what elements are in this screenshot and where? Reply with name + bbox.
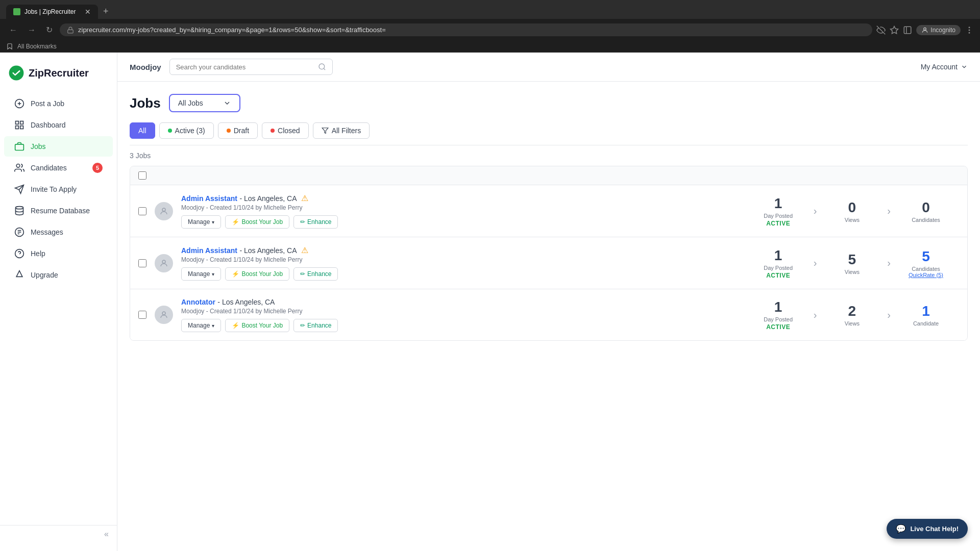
sidebar-item-messages[interactable]: Messages bbox=[4, 222, 113, 242]
address-bar[interactable]: ziprecruiter.com/my-jobs?created_by=&hir… bbox=[60, 23, 872, 36]
manage-chevron-icon: ▾ bbox=[212, 271, 214, 277]
job2-title-link[interactable]: Admin Assistant bbox=[181, 246, 237, 255]
job1-enhance-button[interactable]: ✏ Enhance bbox=[293, 215, 338, 229]
sidebar-item-dashboard[interactable]: Dashboard bbox=[4, 115, 113, 135]
job2-day-posted-number: 1 bbox=[774, 247, 782, 264]
my-account-label: My Account bbox=[921, 63, 958, 71]
job3-views-number: 2 bbox=[848, 303, 856, 319]
new-tab-button[interactable]: + bbox=[99, 4, 113, 19]
avatar-icon bbox=[159, 310, 168, 319]
candidates-badge: 5 bbox=[92, 163, 103, 173]
active-tab[interactable]: Jobs | ZipRecruiter ✕ bbox=[6, 5, 98, 19]
browser-nav: ← → ↻ ziprecruiter.com/my-jobs?created_b… bbox=[0, 19, 980, 41]
job3-enhance-button[interactable]: ✏ Enhance bbox=[293, 319, 338, 332]
dropdown-chevron-icon bbox=[223, 99, 231, 107]
sidebar-item-post-job[interactable]: Post a Job bbox=[4, 93, 113, 114]
job3-boost-button[interactable]: ⚡ Boost Your Job bbox=[225, 319, 289, 332]
job2-enhance-label: Enhance bbox=[307, 270, 331, 278]
job3-candidates-number: 1 bbox=[922, 303, 930, 319]
job1-manage-button[interactable]: Manage ▾ bbox=[181, 215, 221, 229]
job3-meta: Moodjoy - Created 1/10/24 by Michelle Pe… bbox=[181, 308, 737, 315]
refresh-button[interactable]: ↻ bbox=[43, 23, 56, 37]
job1-day-posted-stat: 1 Day Posted ACTIVE bbox=[745, 195, 812, 227]
job1-day-posted-number: 1 bbox=[774, 195, 782, 212]
topnav-right: My Account bbox=[921, 63, 968, 71]
page-title: Jobs bbox=[130, 95, 161, 111]
bookmarks-bar: All Bookmarks bbox=[0, 41, 980, 53]
top-nav: Moodjoy My Account bbox=[117, 53, 980, 82]
job2-views-number: 5 bbox=[848, 252, 856, 268]
filter-tab-closed-label: Closed bbox=[278, 127, 300, 135]
boost-icon: ⚡ bbox=[232, 218, 239, 226]
logo: ZipRecruiter bbox=[0, 61, 117, 93]
filter-tab-all-filters[interactable]: All Filters bbox=[313, 122, 370, 139]
job2-candidates-number: 5 bbox=[922, 248, 930, 265]
job3-views-label: Views bbox=[845, 320, 860, 327]
job1-boost-label: Boost Your Job bbox=[241, 218, 283, 226]
job1-title-link[interactable]: Admin Assistant bbox=[181, 194, 237, 203]
job2-boost-button[interactable]: ⚡ Boost Your Job bbox=[225, 267, 289, 281]
job1-views-stat: 0 Views bbox=[819, 199, 885, 223]
back-button[interactable]: ← bbox=[6, 23, 20, 37]
sidebar-item-jobs[interactable]: Jobs bbox=[4, 136, 113, 157]
incognito-icon bbox=[921, 27, 928, 34]
svg-point-31 bbox=[162, 208, 165, 211]
job3-enhance-label: Enhance bbox=[307, 322, 331, 329]
job3-candidates-label: Candidate bbox=[913, 320, 939, 327]
arrow-icon-1: › bbox=[814, 205, 817, 217]
table-row: Admin Assistant - Los Angeles, CA ⚠ Mood… bbox=[130, 185, 967, 237]
briefcase-icon bbox=[14, 141, 24, 152]
job2-quickrate-link[interactable]: QuickRate (5) bbox=[909, 272, 943, 278]
forward-button[interactable]: → bbox=[24, 23, 39, 37]
filter-tabs: All Active (3) Draft Closed All Filters bbox=[130, 122, 968, 145]
message-icon bbox=[14, 227, 24, 237]
job3-day-posted-number: 1 bbox=[774, 299, 782, 315]
filter-tab-draft[interactable]: Draft bbox=[218, 122, 258, 139]
job2-candidates-stat: 5 Candidates QuickRate (5) bbox=[893, 248, 959, 278]
jobs-count: 3 Jobs bbox=[130, 152, 968, 160]
filter-tab-all[interactable]: All bbox=[130, 122, 155, 139]
job3-manage-button[interactable]: Manage ▾ bbox=[181, 319, 221, 332]
upgrade-icon bbox=[14, 270, 24, 280]
filter-dropdown[interactable]: All Jobs bbox=[169, 94, 240, 112]
all-bookmarks-item[interactable]: All Bookmarks bbox=[17, 43, 57, 50]
sidebar-label-invite: Invite To Apply bbox=[31, 185, 77, 193]
job2-stats: 1 Day Posted ACTIVE › 5 Views › 5 Candid bbox=[745, 247, 959, 279]
sidebar-item-resume-db[interactable]: Resume Database bbox=[4, 201, 113, 221]
job1-boost-button[interactable]: ⚡ Boost Your Job bbox=[225, 215, 289, 229]
job3-checkbox[interactable] bbox=[138, 311, 146, 319]
sidebar-collapse-section: « bbox=[0, 525, 117, 543]
job1-location: - Los Angeles, CA bbox=[239, 194, 297, 203]
search-box[interactable] bbox=[169, 59, 333, 75]
sidebar-item-upgrade[interactable]: Upgrade bbox=[4, 265, 113, 285]
job2-views-label: Views bbox=[845, 269, 860, 275]
select-all-checkbox[interactable] bbox=[138, 171, 146, 180]
live-chat-button[interactable]: 💬 Live Chat Help! bbox=[887, 519, 968, 539]
sidebar-item-invite[interactable]: Invite To Apply bbox=[4, 179, 113, 199]
job1-checkbox[interactable] bbox=[138, 207, 146, 215]
search-input[interactable] bbox=[176, 63, 314, 71]
job1-manage-label: Manage bbox=[188, 218, 210, 226]
job2-location: - Los Angeles, CA bbox=[239, 246, 297, 255]
job2-manage-button[interactable]: Manage ▾ bbox=[181, 267, 221, 281]
sidebar-item-candidates[interactable]: Candidates 5 bbox=[4, 158, 113, 178]
job3-candidates-stat: 1 Candidate bbox=[893, 303, 959, 327]
job1-candidates-label: Candidates bbox=[912, 217, 940, 223]
sidebar-item-help[interactable]: Help bbox=[4, 243, 113, 264]
filter-tab-active[interactable]: Active (3) bbox=[159, 122, 214, 139]
job3-day-posted-stat: 1 Day Posted ACTIVE bbox=[745, 299, 812, 331]
tab-close-button[interactable]: ✕ bbox=[85, 8, 91, 16]
grid-icon bbox=[14, 120, 24, 130]
logo-text: ZipRecruiter bbox=[29, 67, 89, 79]
job2-enhance-button[interactable]: ✏ Enhance bbox=[293, 267, 338, 281]
my-account-button[interactable]: My Account bbox=[921, 63, 968, 71]
collapse-sidebar-button[interactable]: « bbox=[104, 530, 109, 539]
job2-avatar bbox=[155, 254, 173, 272]
sidebar-label-messages: Messages bbox=[31, 228, 63, 236]
star-icon bbox=[890, 26, 899, 35]
main-content: Moodjoy My Account Jobs All Jobs bbox=[117, 53, 980, 551]
svg-line-29 bbox=[324, 68, 325, 70]
job3-title-link[interactable]: Annotator bbox=[181, 298, 215, 306]
filter-tab-closed[interactable]: Closed bbox=[262, 122, 309, 139]
job2-checkbox[interactable] bbox=[138, 259, 146, 267]
